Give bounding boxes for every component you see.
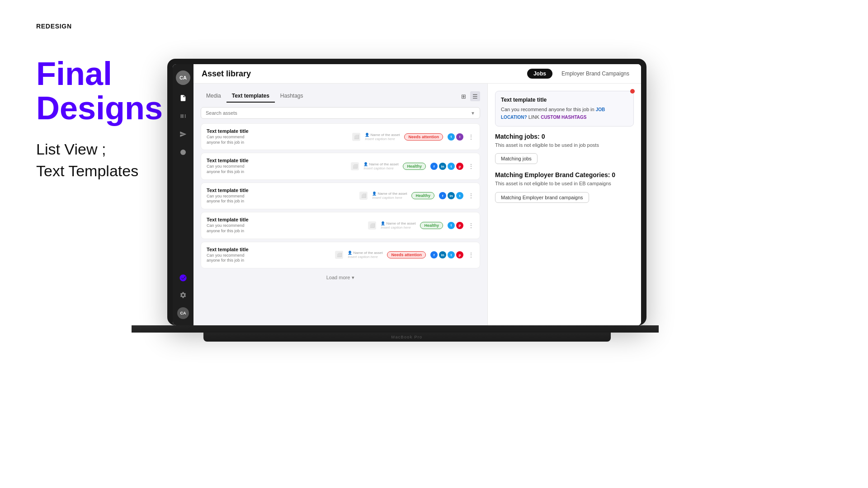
status-badge-5: Needs attention xyxy=(387,251,426,258)
caption-label-5: Insert caption here xyxy=(348,255,382,259)
card-left-5: Text template title Can you recommendany… xyxy=(207,247,330,263)
pinterest-icon-5: p xyxy=(456,251,463,258)
card-left-1: Text template title Can you recommendany… xyxy=(207,128,348,145)
card-desc-1: Can you recommendanyone for this job in xyxy=(207,135,348,145)
card-meta-5: 👤 Name of the asset Insert caption here xyxy=(348,251,382,259)
asset-card-3[interactable]: Text template title Can you recommendany… xyxy=(201,183,480,209)
laptop-screen-inner: CA xyxy=(173,64,641,325)
social-icons-5: f in t p xyxy=(430,251,463,258)
content-split: Media Text templates Hashtags ⊞ ☰ ▼ xyxy=(193,84,641,325)
caption-label-1: Insert caption here xyxy=(365,137,400,141)
pinterest-icon-2: p xyxy=(456,163,463,170)
redesign-label: REDESIGN xyxy=(36,23,208,30)
view-toggle: ⊞ ☰ xyxy=(458,91,480,101)
card-desc-2: Can you recommendanyone for this job in xyxy=(207,164,346,174)
preview-highlight-hashtags: CUSTOM HASHTAGS xyxy=(541,115,586,120)
facebook-icon-2: f xyxy=(430,163,438,170)
twitter-icon-1: t xyxy=(448,133,455,141)
laptop-stand: MacBook Pro xyxy=(203,333,611,342)
tab-media[interactable]: Media xyxy=(201,90,226,103)
card-icon-4: ⬜ xyxy=(368,221,376,230)
asset-name-label-3: 👤 Name of the asset xyxy=(372,192,407,196)
caption-label-4: Insert caption here xyxy=(381,225,415,230)
facebook-icon-3: f xyxy=(439,192,446,199)
social-icons-2: f in t p xyxy=(430,163,463,170)
caption-label-2: Insert caption here xyxy=(363,166,398,170)
card-title-5: Text template title xyxy=(207,247,330,252)
asset-name-label-2: 👤 Name of the asset xyxy=(363,162,398,166)
linkedin-icon-3: in xyxy=(448,192,455,199)
load-more-button[interactable]: Load more ▾ xyxy=(201,271,480,284)
preview-link-text: LINK xyxy=(527,114,541,120)
avatar-bottom[interactable]: CA xyxy=(177,307,189,319)
matching-eb-sub: This asset is not eligible to be used in… xyxy=(495,180,634,187)
card-left-4: Text template title Can you recommendany… xyxy=(207,217,363,234)
more-menu-5[interactable]: ⋮ xyxy=(468,251,474,258)
social-icons-4: t p xyxy=(448,222,463,229)
app-title: Asset library xyxy=(202,69,522,79)
tab-jobs[interactable]: Jobs xyxy=(527,69,552,79)
asset-name-label-4: 👤 Name of the asset xyxy=(381,221,415,225)
twitter-icon-5: t xyxy=(448,251,455,258)
matching-jobs-heading: Matching jobs: 0 xyxy=(495,133,634,140)
card-desc-3: Can you recommendanyone for this job in xyxy=(207,194,355,204)
tab-text-templates[interactable]: Text templates xyxy=(226,90,275,103)
social-icons-1: t i xyxy=(448,133,463,141)
sidebar-icon-settings[interactable] xyxy=(178,290,188,300)
twitter-icon-3: t xyxy=(456,192,463,199)
matching-jobs-button[interactable]: Matching jobs xyxy=(495,153,538,164)
status-badge-4: Healthy xyxy=(420,222,443,229)
svg-point-0 xyxy=(180,150,186,155)
card-title-2: Text template title xyxy=(207,158,346,163)
card-icon-2: ⬜ xyxy=(351,162,359,170)
more-menu-3[interactable]: ⋮ xyxy=(468,192,474,199)
sidebar-icon-compass[interactable] xyxy=(178,273,188,283)
sidebar-icon-library[interactable] xyxy=(178,111,188,121)
card-title-1: Text template title xyxy=(207,128,348,134)
top-bar: Asset library Jobs Employer Brand Campai… xyxy=(193,64,641,84)
status-badge-3: Healthy xyxy=(411,192,434,199)
more-menu-2[interactable]: ⋮ xyxy=(468,163,474,170)
asset-card-1[interactable]: Text template title Can you recommendany… xyxy=(201,123,480,150)
macbook-label: MacBook Pro xyxy=(392,335,423,339)
grid-view-button[interactable]: ⊞ xyxy=(458,91,468,101)
card-title-3: Text template title xyxy=(207,188,355,193)
avatar[interactable]: CA xyxy=(176,70,190,85)
matching-eb-button[interactable]: Matching Employer brand campaigns xyxy=(495,192,589,203)
sidebar-icon-send[interactable] xyxy=(178,129,188,139)
card-title-4: Text template title xyxy=(207,217,363,222)
tab-employer-brand[interactable]: Employer Brand Campaigns xyxy=(558,69,633,79)
detail-panel: Text template title Can you recommend an… xyxy=(487,84,641,325)
laptop-screen-outer: CA xyxy=(167,59,646,325)
caption-label-3: Insert caption here xyxy=(372,196,407,200)
card-meta-4: 👤 Name of the asset Insert caption here xyxy=(381,221,415,230)
more-menu-1[interactable]: ⋮ xyxy=(468,133,474,141)
asset-name-label-5: 👤 Name of the asset xyxy=(348,251,382,255)
laptop-device: CA xyxy=(167,59,646,357)
instagram-icon-1: i xyxy=(456,133,463,141)
asset-card-4[interactable]: Text template title Can you recommendany… xyxy=(201,212,480,239)
card-icon-5: ⬜ xyxy=(335,251,343,259)
matching-eb-heading: Matching Employer Brand Categories: 0 xyxy=(495,171,634,178)
sidebar-icon-documents[interactable] xyxy=(178,93,188,103)
preview-card: Text template title Can you recommend an… xyxy=(495,91,634,127)
sidebar-icon-circle[interactable] xyxy=(178,147,188,157)
more-menu-4[interactable]: ⋮ xyxy=(468,222,474,229)
card-left-3: Text template title Can you recommendany… xyxy=(207,188,355,204)
asset-card-5[interactable]: Text template title Can you recommendany… xyxy=(201,242,480,268)
card-desc-5: Can you recommendanyone for this job in xyxy=(207,253,330,263)
red-notification-dot xyxy=(630,89,635,94)
content-tabs-row: Media Text templates Hashtags ⊞ ☰ xyxy=(201,90,480,103)
linkedin-icon-2: in xyxy=(439,163,446,170)
search-input[interactable] xyxy=(206,110,468,116)
tab-hashtags[interactable]: Hashtags xyxy=(275,90,309,103)
card-meta-1: 👤 Name of the asset Insert caption here xyxy=(365,133,400,141)
preview-card-title: Text template title xyxy=(501,97,628,103)
linkedin-icon-5: in xyxy=(439,251,446,258)
asset-card-2[interactable]: Text template title Can you recommendany… xyxy=(201,153,480,179)
matching-jobs-sub: This asset is not eligible to be used in… xyxy=(495,142,634,149)
load-more-label: Load more xyxy=(326,275,350,280)
card-left-2: Text template title Can you recommendany… xyxy=(207,158,346,174)
sidebar: CA xyxy=(173,64,193,325)
list-view-button[interactable]: ☰ xyxy=(470,91,480,101)
